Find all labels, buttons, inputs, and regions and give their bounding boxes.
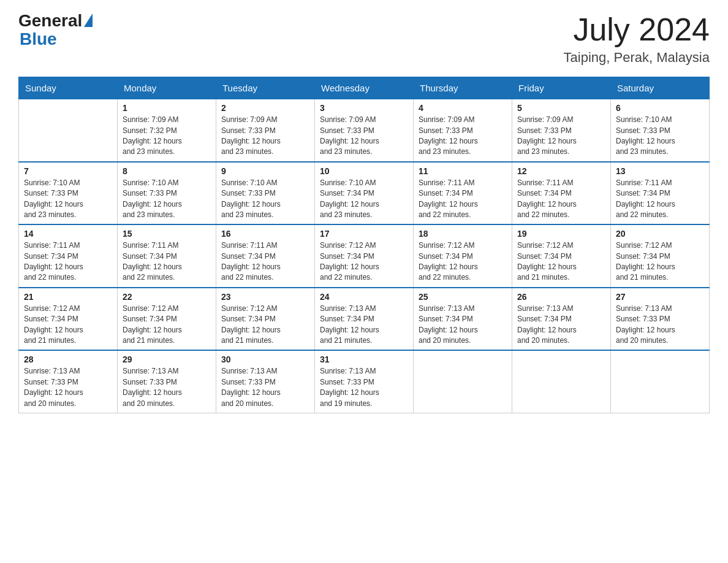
day-info: Sunrise: 7:13 AMSunset: 7:34 PMDaylight:…	[419, 304, 507, 347]
calendar-header-wednesday: Wednesday	[315, 77, 414, 99]
calendar-cell: 1Sunrise: 7:09 AMSunset: 7:32 PMDaylight…	[118, 99, 216, 162]
day-info: Sunrise: 7:10 AMSunset: 7:33 PMDaylight:…	[616, 115, 704, 158]
day-number: 11	[419, 166, 507, 176]
calendar-table: SundayMondayTuesdayWednesdayThursdayFrid…	[18, 77, 710, 413]
calendar-cell: 9Sunrise: 7:10 AMSunset: 7:33 PMDaylight…	[216, 162, 315, 225]
calendar-cell: 23Sunrise: 7:12 AMSunset: 7:34 PMDayligh…	[216, 288, 315, 351]
calendar-cell: 2Sunrise: 7:09 AMSunset: 7:33 PMDaylight…	[216, 99, 315, 162]
calendar-cell: 18Sunrise: 7:12 AMSunset: 7:34 PMDayligh…	[414, 224, 512, 288]
calendar-cell: 27Sunrise: 7:13 AMSunset: 7:33 PMDayligh…	[611, 288, 710, 351]
location-subtitle: Taiping, Perak, Malaysia	[564, 50, 710, 66]
logo-blue-text: Blue	[20, 29, 57, 49]
calendar-cell: 14Sunrise: 7:11 AMSunset: 7:34 PMDayligh…	[19, 224, 118, 288]
day-number: 14	[24, 229, 112, 239]
day-info: Sunrise: 7:12 AMSunset: 7:34 PMDaylight:…	[24, 304, 112, 347]
logo-triangle-icon	[84, 13, 93, 27]
day-info: Sunrise: 7:11 AMSunset: 7:34 PMDaylight:…	[419, 178, 507, 221]
page-header: General Blue July 2024 Taiping, Perak, M…	[18, 12, 710, 66]
calendar-cell: 13Sunrise: 7:11 AMSunset: 7:34 PMDayligh…	[611, 162, 710, 225]
day-info: Sunrise: 7:12 AMSunset: 7:34 PMDaylight:…	[616, 240, 704, 283]
calendar-cell: 15Sunrise: 7:11 AMSunset: 7:34 PMDayligh…	[118, 224, 216, 288]
day-info: Sunrise: 7:12 AMSunset: 7:34 PMDaylight:…	[517, 240, 605, 283]
day-info: Sunrise: 7:10 AMSunset: 7:34 PMDaylight:…	[320, 178, 408, 221]
calendar-cell: 4Sunrise: 7:09 AMSunset: 7:33 PMDaylight…	[414, 99, 512, 162]
day-number: 29	[123, 354, 211, 364]
calendar-header-row: SundayMondayTuesdayWednesdayThursdayFrid…	[19, 77, 710, 99]
calendar-cell: 28Sunrise: 7:13 AMSunset: 7:33 PMDayligh…	[19, 350, 118, 413]
calendar-cell: 12Sunrise: 7:11 AMSunset: 7:34 PMDayligh…	[512, 162, 611, 225]
calendar-cell	[512, 350, 611, 413]
calendar-cell: 26Sunrise: 7:13 AMSunset: 7:34 PMDayligh…	[512, 288, 611, 351]
day-info: Sunrise: 7:12 AMSunset: 7:34 PMDaylight:…	[123, 304, 211, 347]
calendar-week-row: 1Sunrise: 7:09 AMSunset: 7:32 PMDaylight…	[19, 99, 710, 162]
calendar-week-row: 21Sunrise: 7:12 AMSunset: 7:34 PMDayligh…	[19, 288, 710, 351]
day-info: Sunrise: 7:09 AMSunset: 7:33 PMDaylight:…	[419, 115, 507, 158]
day-info: Sunrise: 7:09 AMSunset: 7:32 PMDaylight:…	[123, 115, 211, 158]
day-info: Sunrise: 7:11 AMSunset: 7:34 PMDaylight:…	[221, 240, 309, 283]
day-number: 24	[320, 292, 408, 302]
month-year-title: July 2024	[564, 12, 710, 47]
day-number: 27	[616, 292, 704, 302]
calendar-cell: 31Sunrise: 7:13 AMSunset: 7:33 PMDayligh…	[315, 350, 414, 413]
day-number: 26	[517, 292, 605, 302]
calendar-header-saturday: Saturday	[611, 77, 710, 99]
day-number: 15	[123, 229, 211, 239]
day-number: 13	[616, 166, 704, 176]
day-number: 2	[221, 103, 309, 113]
calendar-cell	[611, 350, 710, 413]
calendar-week-row: 7Sunrise: 7:10 AMSunset: 7:33 PMDaylight…	[19, 162, 710, 225]
day-number: 16	[221, 229, 309, 239]
day-number: 7	[24, 166, 112, 176]
day-number: 8	[123, 166, 211, 176]
calendar-header-friday: Friday	[512, 77, 611, 99]
calendar-cell: 16Sunrise: 7:11 AMSunset: 7:34 PMDayligh…	[216, 224, 315, 288]
day-info: Sunrise: 7:11 AMSunset: 7:34 PMDaylight:…	[123, 240, 211, 283]
calendar-cell: 10Sunrise: 7:10 AMSunset: 7:34 PMDayligh…	[315, 162, 414, 225]
day-info: Sunrise: 7:13 AMSunset: 7:34 PMDaylight:…	[517, 304, 605, 347]
calendar-cell: 29Sunrise: 7:13 AMSunset: 7:33 PMDayligh…	[118, 350, 216, 413]
calendar-week-row: 28Sunrise: 7:13 AMSunset: 7:33 PMDayligh…	[19, 350, 710, 413]
calendar-cell: 8Sunrise: 7:10 AMSunset: 7:33 PMDaylight…	[118, 162, 216, 225]
calendar-week-row: 14Sunrise: 7:11 AMSunset: 7:34 PMDayligh…	[19, 224, 710, 288]
day-number: 23	[221, 292, 309, 302]
calendar-cell	[19, 99, 118, 162]
day-number: 4	[419, 103, 507, 113]
calendar-cell	[414, 350, 512, 413]
day-info: Sunrise: 7:11 AMSunset: 7:34 PMDaylight:…	[517, 178, 605, 221]
day-info: Sunrise: 7:13 AMSunset: 7:33 PMDaylight:…	[123, 366, 211, 409]
day-info: Sunrise: 7:10 AMSunset: 7:33 PMDaylight:…	[24, 178, 112, 221]
day-info: Sunrise: 7:11 AMSunset: 7:34 PMDaylight:…	[616, 178, 704, 221]
day-number: 3	[320, 103, 408, 113]
day-number: 12	[517, 166, 605, 176]
day-number: 19	[517, 229, 605, 239]
calendar-header-tuesday: Tuesday	[216, 77, 315, 99]
day-number: 30	[221, 354, 309, 364]
calendar-cell: 17Sunrise: 7:12 AMSunset: 7:34 PMDayligh…	[315, 224, 414, 288]
calendar-header-sunday: Sunday	[19, 77, 118, 99]
day-info: Sunrise: 7:12 AMSunset: 7:34 PMDaylight:…	[419, 240, 507, 283]
calendar-cell: 30Sunrise: 7:13 AMSunset: 7:33 PMDayligh…	[216, 350, 315, 413]
calendar-cell: 19Sunrise: 7:12 AMSunset: 7:34 PMDayligh…	[512, 224, 611, 288]
day-number: 1	[123, 103, 211, 113]
day-number: 22	[123, 292, 211, 302]
day-info: Sunrise: 7:12 AMSunset: 7:34 PMDaylight:…	[221, 304, 309, 347]
day-number: 17	[320, 229, 408, 239]
day-number: 18	[419, 229, 507, 239]
calendar-cell: 6Sunrise: 7:10 AMSunset: 7:33 PMDaylight…	[611, 99, 710, 162]
day-number: 6	[616, 103, 704, 113]
day-info: Sunrise: 7:13 AMSunset: 7:34 PMDaylight:…	[320, 304, 408, 347]
day-info: Sunrise: 7:09 AMSunset: 7:33 PMDaylight:…	[221, 115, 309, 158]
calendar-cell: 22Sunrise: 7:12 AMSunset: 7:34 PMDayligh…	[118, 288, 216, 351]
day-number: 25	[419, 292, 507, 302]
calendar-header-monday: Monday	[118, 77, 216, 99]
day-info: Sunrise: 7:09 AMSunset: 7:33 PMDaylight:…	[517, 115, 605, 158]
title-block: July 2024 Taiping, Perak, Malaysia	[564, 12, 710, 66]
calendar-cell: 24Sunrise: 7:13 AMSunset: 7:34 PMDayligh…	[315, 288, 414, 351]
day-number: 20	[616, 229, 704, 239]
day-info: Sunrise: 7:10 AMSunset: 7:33 PMDaylight:…	[221, 178, 309, 221]
calendar-cell: 25Sunrise: 7:13 AMSunset: 7:34 PMDayligh…	[414, 288, 512, 351]
day-info: Sunrise: 7:11 AMSunset: 7:34 PMDaylight:…	[24, 240, 112, 283]
logo: General Blue	[18, 12, 93, 49]
day-info: Sunrise: 7:13 AMSunset: 7:33 PMDaylight:…	[24, 366, 112, 409]
day-info: Sunrise: 7:13 AMSunset: 7:33 PMDaylight:…	[221, 366, 309, 409]
